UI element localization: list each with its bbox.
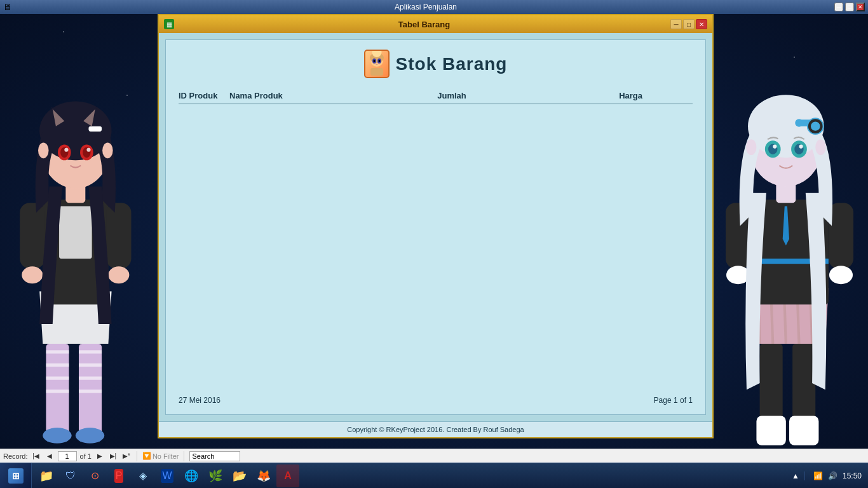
svg-point-52 (811, 121, 820, 130)
svg-rect-2 (46, 350, 69, 353)
taskbar: ⊞ 📁 🛡 ⊙ P ◈ W 🌐 🌿 📂 🦊 (0, 463, 868, 488)
record-new-button[interactable]: ▶* (121, 451, 132, 461)
inner-minimize-button[interactable]: ─ (670, 19, 682, 29)
col-header-harga: Harga (515, 91, 642, 100)
svg-point-16 (22, 266, 43, 283)
col-header-id: ID Produk (179, 91, 229, 100)
search-input[interactable] (189, 451, 240, 461)
svg-point-56 (370, 53, 384, 63)
svg-rect-15 (106, 203, 131, 268)
taskbar-icon-app2[interactable]: P (107, 464, 130, 487)
record-separator-1 (137, 451, 137, 461)
taskbar-icon-explorer[interactable]: 📁 (35, 464, 58, 487)
svg-rect-6 (79, 350, 102, 353)
inner-window: ▦ Tabel Barang ─ □ ✕ (158, 14, 714, 438)
svg-point-50 (799, 145, 803, 149)
taskbar-icon-group: 📁 🛡 ⊙ P ◈ W 🌐 🌿 📂 🦊 A (32, 464, 302, 487)
no-filter-label: 🔽 No Filter (142, 452, 179, 460)
svg-rect-4 (46, 377, 69, 380)
svg-point-11 (76, 428, 104, 444)
svg-rect-14 (20, 203, 44, 268)
svg-rect-8 (79, 377, 102, 380)
outer-title-text: Aplikasi Penjualan (17, 3, 834, 11)
inner-maximize-button[interactable]: □ (683, 19, 695, 29)
report-date: 27 Mei 2016 (179, 396, 220, 405)
filter-icon: 🔽 (142, 452, 151, 460)
start-button[interactable]: ⊞ (0, 463, 32, 489)
inner-title-text: Tabel Barang (178, 20, 670, 29)
taskbar-icon-app4[interactable]: W (156, 464, 179, 487)
report-header: Stok Barang (179, 50, 693, 78)
inner-title-icon: ▦ (164, 19, 174, 29)
svg-point-10 (43, 428, 71, 444)
svg-rect-5 (46, 390, 69, 393)
svg-point-17 (108, 266, 129, 283)
taskbar-icon-firefox[interactable]: 🦊 (252, 464, 275, 487)
svg-rect-3 (46, 363, 69, 367)
volume-icon: 🔊 (828, 471, 837, 480)
report-area: Stok Barang ID Produk Nama Produk Jumlah… (159, 33, 712, 421)
svg-rect-7 (79, 363, 102, 367)
record-label: Record: (3, 452, 28, 460)
record-bar: Record: |◀ ◀ of 1 ▶ ▶| ▶* 🔽 No Filter (0, 449, 868, 463)
taskbar-icon-access[interactable]: A (276, 464, 299, 487)
report-footer: 27 Mei 2016 Page 1 of 1 (179, 396, 693, 405)
report-logo (364, 50, 390, 78)
logo-icon (365, 51, 388, 77)
svg-point-44 (795, 119, 803, 126)
record-next-button[interactable]: ▶ (95, 451, 105, 461)
signal-icon: 📶 (813, 471, 823, 480)
outer-close-button[interactable]: ✕ (856, 3, 865, 11)
arrow-up-icon: ▲ (792, 471, 799, 480)
svg-rect-9 (79, 390, 102, 393)
taskbar-icon-folder[interactable]: 📂 (228, 464, 251, 487)
outer-maximize-button[interactable]: □ (845, 3, 854, 11)
col-header-jumlah: Jumlah (388, 91, 515, 100)
outer-win-controls: ─ □ ✕ (834, 3, 865, 11)
inner-close-button[interactable]: ✕ (696, 19, 707, 29)
report-page: Page 1 of 1 (654, 396, 693, 405)
svg-point-29 (102, 142, 113, 158)
svg-rect-21 (88, 126, 102, 132)
record-separator-2 (184, 451, 184, 461)
report-table-header: ID Produk Nama Produk Jumlah Harga (179, 91, 693, 104)
taskbar-icon-chrome[interactable]: 🌐 (180, 464, 203, 487)
inner-win-controls: ─ □ ✕ (670, 19, 707, 29)
char-right-area (710, 29, 868, 449)
outer-minimize-button[interactable]: ─ (834, 3, 843, 11)
svg-rect-32 (756, 416, 785, 445)
taskbar-icon-app1[interactable]: ⊙ (83, 464, 106, 487)
svg-point-59 (373, 60, 375, 62)
record-of-label: of 1 (80, 452, 92, 460)
svg-rect-13 (59, 206, 92, 259)
outer-title-icon: 🖥 (3, 2, 12, 12)
svg-rect-61 (370, 68, 383, 76)
anime-char-right (710, 29, 868, 449)
record-prev-button[interactable]: ◀ (44, 451, 55, 461)
col-header-name: Nama Produk (229, 91, 388, 100)
svg-point-39 (829, 266, 853, 284)
svg-point-53 (746, 139, 757, 155)
record-first-button[interactable]: |◀ (31, 451, 41, 461)
taskbar-right: ▲ 📶 🔊 15:50 (787, 471, 868, 480)
report-paper: Stok Barang ID Produk Nama Produk Jumlah… (165, 39, 706, 415)
svg-point-54 (815, 139, 826, 155)
record-last-button[interactable]: ▶| (108, 451, 118, 461)
record-number-input[interactable] (58, 451, 77, 461)
system-tray-icons: ▲ (787, 471, 805, 480)
char-left-area (0, 29, 158, 449)
outer-titlebar: 🖥 Aplikasi Penjualan ─ □ ✕ (0, 0, 868, 14)
taskbar-clock: 15:50 (843, 471, 862, 480)
taskbar-icon-app3[interactable]: ◈ (132, 464, 154, 487)
svg-rect-33 (789, 416, 818, 445)
svg-point-60 (378, 60, 380, 62)
svg-point-26 (64, 148, 68, 152)
window-footer: Copyright © RKeyProject 2016. Created By… (159, 421, 712, 437)
svg-point-27 (86, 148, 90, 152)
anime-char-left (0, 29, 158, 449)
svg-point-28 (38, 142, 49, 158)
inner-titlebar: ▦ Tabel Barang ─ □ ✕ (159, 15, 712, 33)
taskbar-icon-shield[interactable]: 🛡 (59, 464, 82, 487)
taskbar-icon-green[interactable]: 🌿 (204, 464, 227, 487)
copyright-text: Copyright © RKeyProject 2016. Created By… (347, 426, 524, 433)
